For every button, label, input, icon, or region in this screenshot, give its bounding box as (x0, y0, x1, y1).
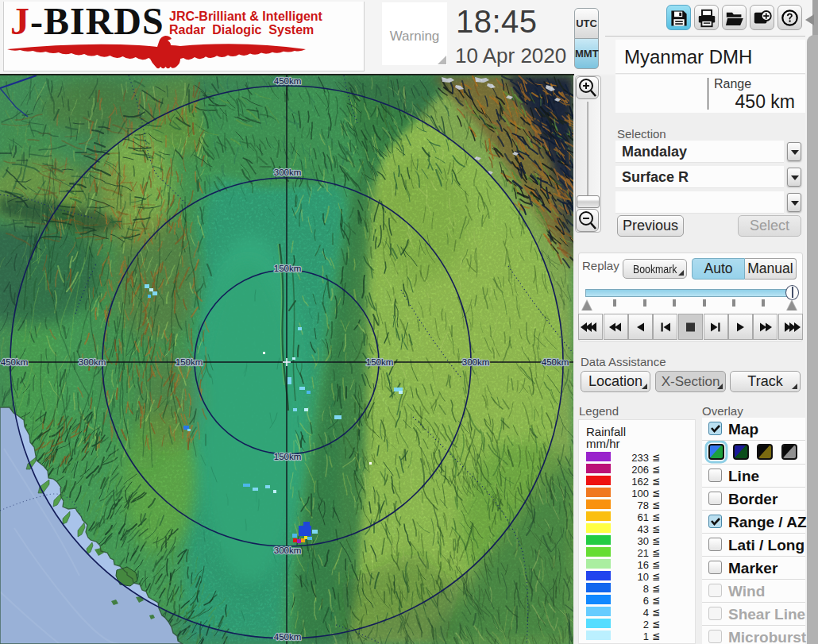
svg-text:150km: 150km (274, 452, 302, 461)
svg-text:150km: 150km (274, 264, 302, 273)
svg-text:450km: 450km (1, 357, 29, 367)
svg-text:450km: 450km (542, 357, 569, 367)
svg-text:150km: 150km (176, 357, 203, 367)
svg-text:450km: 450km (274, 632, 302, 642)
svg-text:300km: 300km (274, 546, 302, 555)
svg-text:300km: 300km (462, 357, 490, 367)
svg-text:300km: 300km (79, 357, 106, 367)
svg-text:300km: 300km (274, 168, 302, 177)
svg-text:Radar Dialogic System: Radar Dialogic System (169, 23, 314, 37)
svg-text:J-BIRDS: J-BIRDS (10, 2, 164, 42)
svg-text:450km: 450km (274, 76, 302, 86)
svg-text:JRC-Brilliant & Intelligent: JRC-Brilliant & Intelligent (169, 10, 323, 23)
svg-text:150km: 150km (366, 357, 394, 367)
